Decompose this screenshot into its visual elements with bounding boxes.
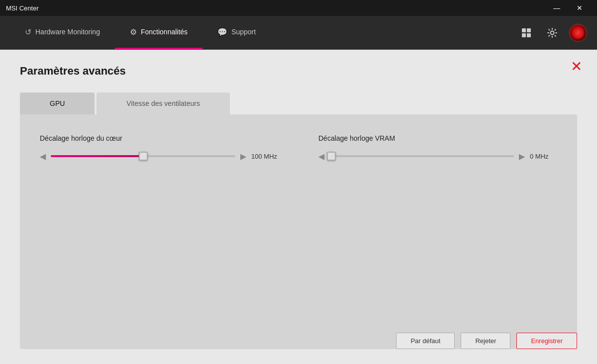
settings-button[interactable] (543, 24, 561, 42)
navbar: ↺ Hardware Monitoring ⚙ Fonctionnalités … (0, 16, 597, 50)
nav-right (517, 24, 587, 42)
core-clock-label: Décalage horloge du cœur (40, 134, 279, 142)
footer-buttons: Par défaut Rejeter Enregistrer (396, 333, 577, 349)
app-title: MSI Center (6, 4, 39, 12)
nav-tab-support[interactable]: 💬 Support (202, 16, 271, 49)
svg-rect-0 (522, 28, 526, 32)
svg-point-4 (551, 31, 554, 34)
inner-tab-fan-label: Vitesse des ventilateurs (126, 99, 200, 107)
reject-button[interactable]: Rejeter (461, 333, 510, 349)
core-clock-slider-wrapper: ◀ ▶ 100 MHz (40, 151, 279, 161)
grid-view-button[interactable] (517, 24, 535, 42)
close-window-button[interactable]: ✕ (568, 0, 591, 16)
vram-clock-right-arrow[interactable]: ▶ (519, 152, 525, 161)
nav-tab-features[interactable]: ⚙ Fonctionnalités (115, 16, 202, 49)
gear-icon (547, 27, 558, 38)
vram-clock-label: Décalage horloge VRAM (318, 134, 557, 142)
nav-tab-support-label: Support (231, 28, 256, 36)
core-clock-group: Décalage horloge du cœur ◀ ▶ 100 MHz (40, 134, 279, 161)
inner-tab-gpu-label: GPU (50, 99, 65, 107)
support-icon: 💬 (217, 27, 227, 37)
inner-tabs: GPU Vitesse des ventilateurs (20, 92, 577, 114)
vram-clock-track[interactable] (329, 151, 514, 161)
gpu-panel: Décalage horloge du cœur ◀ ▶ 100 MHz Déc… (20, 114, 577, 349)
vram-clock-left-arrow[interactable]: ◀ (318, 152, 324, 161)
core-clock-value: 100 MHz (251, 153, 279, 160)
sliders-row: Décalage horloge du cœur ◀ ▶ 100 MHz Déc… (40, 134, 557, 161)
vram-clock-value: 0 MHz (530, 153, 557, 160)
titlebar: MSI Center — ✕ (0, 0, 597, 16)
avatar[interactable] (569, 24, 587, 42)
svg-rect-1 (527, 28, 531, 32)
save-button[interactable]: Enregistrer (516, 333, 577, 349)
close-panel-button[interactable]: ✕ (571, 60, 582, 74)
nav-tab-features-label: Fonctionnalités (141, 28, 188, 36)
core-clock-left-arrow[interactable]: ◀ (40, 152, 46, 161)
vram-clock-track-bg (329, 155, 514, 157)
nav-tabs: ↺ Hardware Monitoring ⚙ Fonctionnalités … (10, 16, 271, 49)
features-icon: ⚙ (130, 27, 137, 37)
vram-clock-thumb[interactable] (327, 152, 336, 161)
vram-clock-group: Décalage horloge VRAM ◀ ▶ 0 MHz (318, 134, 557, 161)
window-controls: — ✕ (545, 0, 591, 16)
default-button[interactable]: Par défaut (396, 333, 455, 349)
inner-tab-fan[interactable]: Vitesse des ventilateurs (97, 92, 230, 114)
core-clock-thumb[interactable] (139, 152, 148, 161)
svg-rect-3 (527, 33, 531, 37)
core-clock-track-bg (51, 155, 235, 157)
page-title: Paramètres avancés (20, 65, 577, 78)
core-clock-right-arrow[interactable]: ▶ (240, 152, 246, 161)
hardware-monitoring-icon: ↺ (25, 27, 31, 37)
core-clock-fill (51, 155, 143, 157)
main-content: Paramètres avancés ✕ GPU Vitesse des ven… (0, 50, 597, 364)
vram-clock-slider-wrapper: ◀ ▶ 0 MHz (318, 151, 557, 161)
nav-tab-hardware-label: Hardware Monitoring (35, 28, 100, 36)
inner-tab-gpu[interactable]: GPU (20, 92, 95, 114)
minimize-button[interactable]: — (545, 0, 568, 16)
grid-icon (521, 27, 532, 38)
nav-tab-hardware[interactable]: ↺ Hardware Monitoring (10, 16, 115, 49)
avatar-image (572, 27, 584, 39)
core-clock-track[interactable] (51, 151, 235, 161)
svg-rect-2 (522, 33, 526, 37)
